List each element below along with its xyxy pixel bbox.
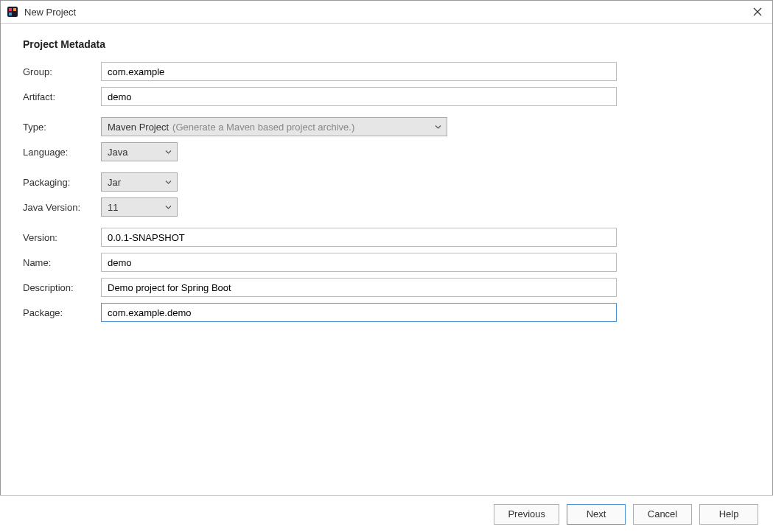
type-dropdown-hint: (Generate a Maven based project archive.… [172,122,354,133]
artifact-label: Artifact: [23,91,101,102]
package-label: Package: [23,307,101,318]
close-icon[interactable] [749,4,766,21]
package-input[interactable] [101,303,617,322]
svg-rect-2 [13,8,16,11]
chevron-down-icon [165,178,172,186]
type-label: Type: [23,122,101,133]
cancel-button[interactable]: Cancel [633,504,692,525]
window-title: New Project [24,7,76,18]
language-dropdown-value: Java [108,147,127,158]
java-version-label: Java Version: [23,202,101,213]
language-dropdown[interactable]: Java [101,142,178,161]
type-dropdown-value: Maven Project [108,122,169,133]
group-label: Group: [23,66,101,77]
name-label: Name: [23,257,101,268]
svg-rect-3 [9,13,12,15]
titlebar: New Project [1,1,772,24]
chevron-down-icon [165,203,172,211]
version-input[interactable] [101,228,617,247]
help-button[interactable]: Help [699,504,758,525]
packaging-dropdown-value: Jar [108,177,121,188]
app-icon [7,6,18,18]
language-label: Language: [23,147,101,158]
content-area: Project Metadata Group: Artifact: Type: … [1,24,772,494]
type-dropdown[interactable]: Maven Project (Generate a Maven based pr… [101,117,447,136]
artifact-input[interactable] [101,87,617,106]
java-version-dropdown-value: 11 [108,202,118,213]
description-input[interactable] [101,278,617,297]
name-input[interactable] [101,253,617,272]
svg-rect-1 [9,8,12,11]
version-label: Version: [23,232,101,243]
packaging-label: Packaging: [23,177,101,188]
chevron-down-icon [435,123,441,131]
section-heading: Project Metadata [23,38,750,50]
java-version-dropdown[interactable]: 11 [101,197,178,217]
previous-button[interactable]: Previous [494,504,559,525]
packaging-dropdown[interactable]: Jar [101,172,178,192]
description-label: Description: [23,282,101,293]
chevron-down-icon [165,148,172,156]
next-button[interactable]: Next [567,504,626,525]
footer: Previous Next Cancel Help [0,495,773,532]
group-input[interactable] [101,62,617,81]
